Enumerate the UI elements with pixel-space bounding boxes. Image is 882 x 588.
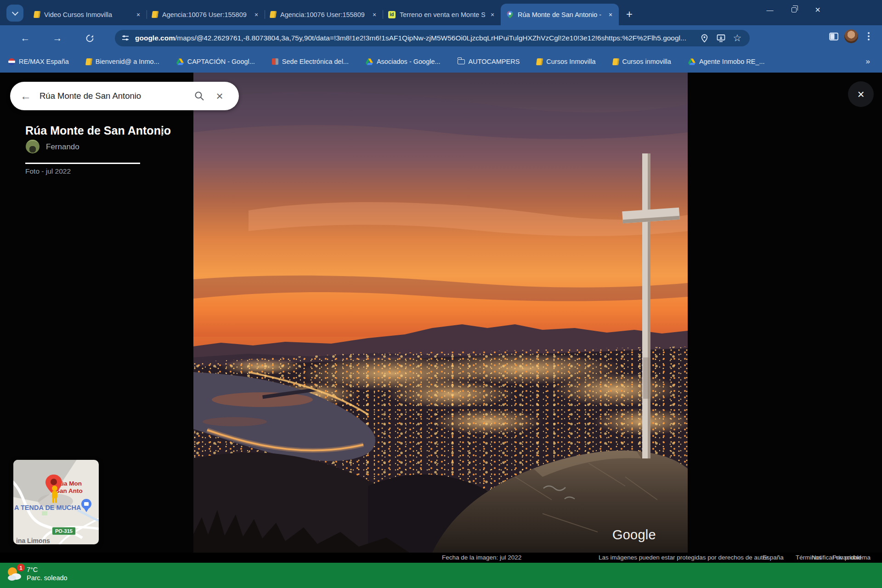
tab-title: Rúa Monte de San Antonio - G: [518, 11, 603, 18]
street-photo[interactable]: Google: [193, 73, 688, 553]
new-tab-button[interactable]: +: [621, 6, 638, 23]
remax-balloon-icon: [8, 58, 15, 65]
reload-button[interactable]: [81, 29, 98, 47]
maps-search-bar[interactable]: ← ×: [10, 82, 239, 110]
author-name[interactable]: Fernando: [46, 142, 79, 152]
taskbar: 1 7°C Parc. soleado 31: [0, 563, 882, 588]
bookmark-sede[interactable]: Sede Electrónica del...: [272, 58, 349, 65]
search-icon[interactable]: [189, 86, 209, 106]
browser-toolbar: ← → google.com/maps/@42.2629761,-8.80738…: [0, 25, 882, 51]
forward-button[interactable]: →: [49, 29, 66, 47]
browser-menu-button[interactable]: [862, 29, 876, 43]
back-arrow-icon[interactable]: ←: [20, 90, 39, 102]
kebab-icon: [868, 35, 870, 37]
sede-icon: [272, 58, 278, 65]
bookmark-agente[interactable]: Agente Inmobo RE_...: [688, 58, 765, 65]
close-icon[interactable]: ×: [252, 10, 261, 19]
install-app-icon[interactable]: [714, 31, 728, 45]
google-watermark: Google: [612, 527, 656, 543]
bookmark-label: Bienvenid@ a Inmo...: [96, 58, 159, 65]
bookmarks-overflow-icon[interactable]: »: [866, 57, 870, 66]
weather-widget[interactable]: 1 7°C Parc. soleado: [6, 565, 68, 582]
weather-icon: 1: [6, 565, 23, 582]
photo-title: Rúa Monte de San Antonio: [25, 124, 171, 137]
bookmarks-bar: RE/MAX España Bienvenid@ a Inmo... CAPTA…: [0, 51, 882, 73]
doc-yellow-icon: [152, 11, 158, 18]
chevron-down-icon: [11, 9, 18, 15]
search-input[interactable]: [39, 90, 189, 102]
drive-icon: [688, 58, 695, 65]
doc-yellow-icon: [270, 11, 277, 18]
tab-strip: Video Cursos Inmovilla × Agencia:10076 U…: [0, 0, 882, 25]
bookmark-label: CAPTACIÓN - Googl...: [187, 58, 255, 65]
tab-agencia-1[interactable]: Agencia:10076 User:155809 ×: [147, 4, 265, 25]
bookmark-label: Cursos Inmovilla: [546, 58, 595, 65]
bookmark-bienvenido[interactable]: Bienvenid@ a Inmo...: [86, 58, 159, 65]
tabs: Video Cursos Inmovilla × Agencia:10076 U…: [28, 4, 619, 25]
maps-photo-viewer: Google ← × Rúa Monte de San Antonio Fern…: [0, 73, 882, 553]
tab-title: Terreno en venta en Monte San: [400, 11, 485, 18]
weather-temp: 7°C: [27, 565, 68, 574]
restore-icon: [792, 7, 797, 12]
bookmark-cursos-1[interactable]: Cursos Inmovilla: [537, 58, 595, 65]
doc-yellow-icon: [34, 11, 40, 18]
url-path: /maps/@42.2629761,-8.8073804,3a,75y,90t/…: [175, 34, 686, 42]
map-pin-pegman-icon[interactable]: [44, 474, 64, 504]
side-panel-icon[interactable]: [827, 29, 841, 43]
tab-video-cursos[interactable]: Video Cursos Inmovilla ×: [28, 4, 147, 25]
restore-button[interactable]: [782, 0, 806, 19]
bookmark-cursos-2[interactable]: Cursos inmovilla: [613, 58, 671, 65]
maps-pin-icon: [506, 11, 514, 18]
close-window-button[interactable]: ×: [806, 0, 830, 19]
copyright-label: Las imágenes pueden estar protegidas por…: [599, 554, 769, 561]
tab-rua-monte-active[interactable]: Rúa Monte de San Antonio - G ×: [501, 4, 619, 25]
folder-icon: [458, 59, 465, 64]
location-pin-icon[interactable]: [697, 31, 711, 45]
bookmark-star-icon[interactable]: ☆: [730, 31, 744, 45]
footer-link-notificar[interactable]: Notificar un problema: [812, 554, 871, 561]
clear-search-icon[interactable]: ×: [209, 86, 230, 106]
screen: Video Cursos Inmovilla × Agencia:10076 U…: [0, 0, 882, 588]
url-text[interactable]: google.com/maps/@42.2629761,-8.8073804,3…: [135, 34, 695, 42]
photo-date-label: Foto - jul 2022: [25, 167, 71, 175]
minimap-bottom-label: ina Limons: [16, 537, 50, 544]
reload-icon: [85, 34, 94, 43]
tab-title: Video Cursos Inmovilla: [44, 11, 131, 18]
minimap-street-label: A TENDA DE MUCHA: [14, 504, 81, 511]
footer-link-espana[interactable]: España: [763, 554, 784, 561]
kebab-icon: [161, 131, 163, 133]
bookmark-label: Agente Inmobo RE_...: [699, 58, 765, 65]
maps-footer: Fecha de la imagen: jul 2022 Las imágene…: [0, 553, 882, 563]
close-photo-button[interactable]: ×: [848, 81, 874, 107]
bookmark-remax[interactable]: RE/MAX España: [8, 58, 69, 65]
url-bar[interactable]: google.com/maps/@42.2629761,-8.8073804,3…: [115, 30, 750, 46]
bookmark-captacion[interactable]: CAPTACIÓN - Googl...: [176, 58, 255, 65]
close-icon[interactable]: ×: [370, 10, 379, 19]
bookmark-label: RE/MAX España: [19, 58, 69, 65]
drive-icon: [366, 58, 373, 65]
doc-yellow-icon: [536, 58, 543, 65]
idealista-icon: id: [388, 11, 396, 18]
tab-terreno[interactable]: id Terreno en venta en Monte San ×: [383, 4, 501, 25]
back-button[interactable]: ←: [17, 29, 34, 47]
minimize-button[interactable]: —: [758, 0, 782, 19]
close-icon[interactable]: ×: [134, 10, 143, 19]
close-icon[interactable]: ×: [488, 10, 497, 19]
toolbar-right: [824, 29, 876, 43]
bookmark-asociados[interactable]: Asociados - Google...: [366, 58, 441, 65]
bookmark-label: AUTOCAMPERS: [469, 58, 520, 65]
site-info-icon[interactable]: [121, 34, 130, 42]
minimap-road-badge: PO-315: [52, 527, 76, 535]
tab-agencia-2[interactable]: Agencia:10076 User:155809 ×: [265, 4, 383, 25]
tab-title: Agencia:10076 User:155809: [162, 11, 249, 18]
profile-avatar[interactable]: [844, 29, 858, 43]
weather-badge: 1: [17, 564, 25, 571]
author-avatar[interactable]: [26, 140, 40, 153]
shop-pin-icon: [80, 498, 92, 513]
tab-search-button[interactable]: [6, 5, 23, 22]
bookmark-label: Sede Electrónica del...: [282, 58, 349, 65]
photo-menu-button[interactable]: [156, 126, 168, 138]
minimap[interactable]: A TENDA DE MUCHA Rúa Mon San Anto PO-315…: [13, 460, 99, 544]
bookmark-autocampers[interactable]: AUTOCAMPERS: [458, 58, 520, 65]
close-icon[interactable]: ×: [606, 10, 615, 19]
